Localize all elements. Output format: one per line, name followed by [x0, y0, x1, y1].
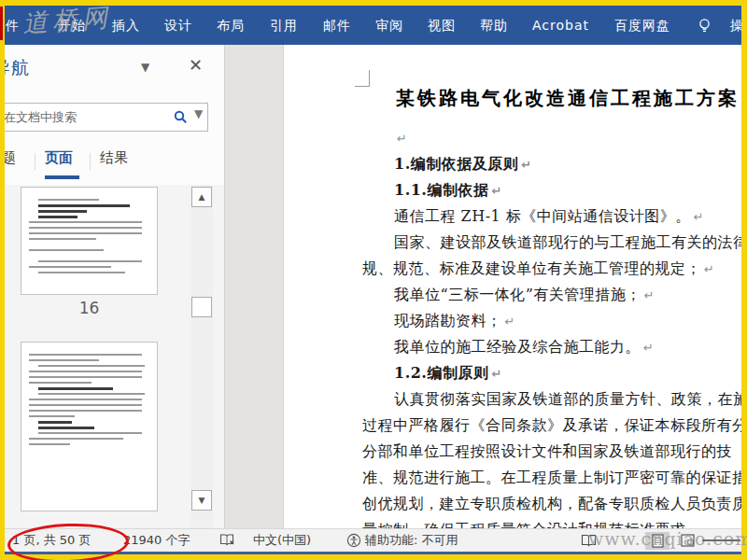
document-line-13: 准、规范进行施工。在工程质量上制订严密可靠的保证措	[362, 465, 741, 491]
thumbnail-text-line	[29, 371, 142, 372]
paragraph-mark: ↵	[397, 132, 407, 146]
page-thumbnail-17[interactable]	[21, 342, 158, 511]
ribbon-tab-11[interactable]: 百度网盘	[614, 6, 670, 45]
thumbnail-text-line	[38, 365, 145, 367]
nav-tabs: 标题页面结果	[5, 142, 224, 185]
paragraph-mark: ↵	[644, 288, 655, 302]
paragraph-mark: ↵	[491, 184, 501, 198]
thumbnail-text-line	[29, 438, 123, 440]
page-thumbnail-16[interactable]	[21, 187, 158, 295]
ribbon-tab-5[interactable]: 引用	[270, 6, 298, 45]
ribbon-tab-8[interactable]: 视图	[428, 6, 456, 45]
accessibility-status[interactable]: 辅助功能: 不可用	[365, 529, 458, 552]
search-dropdown-icon[interactable]: ▼	[194, 107, 203, 120]
thumbnail-list: 16 ▲ ▼	[5, 185, 224, 528]
frame-edge	[0, 0, 5, 560]
ribbon-tab-1[interactable]: 开始	[58, 6, 86, 45]
thumbnail-text-line	[29, 249, 104, 251]
thumbnail-text-line	[29, 232, 142, 234]
document-line-15: 量控制，确保工程质量符合设计和规范标准要求。	[362, 517, 741, 528]
thumbnail-text-line	[29, 354, 142, 356]
lightbulb-icon	[698, 18, 712, 34]
ribbon-tab-2[interactable]: 插入	[112, 6, 140, 45]
red-accent-strip	[0, 7, 3, 40]
ribbon-tab-3[interactable]: 设计	[164, 6, 192, 45]
thumbnail-text-line	[38, 260, 142, 262]
chevron-down-icon[interactable]: ▼	[141, 61, 149, 74]
active-tab-underline	[45, 175, 79, 179]
thumbnail-page-number: 16	[21, 299, 158, 317]
thumbnail-text-line	[38, 427, 93, 429]
search-input[interactable]	[5, 104, 172, 131]
scroll-up-button[interactable]: ▲	[191, 187, 212, 207]
thumbnail-text-line	[29, 266, 111, 268]
thumbnail-text-line	[29, 443, 70, 445]
document-line-14: 创优规划，建立专职质检机构，配备专职质检人员负责质	[362, 491, 741, 517]
document-line-4: 国家、建设部及铁道部现行的与工程施工有关的法律	[362, 230, 741, 256]
document-line-6: 我单位“三标一体化”有关管理措施；↵	[362, 282, 741, 308]
document-line-8: 我单位的施工经验及综合施工能力。↵	[362, 334, 741, 360]
thumbnail-text-line	[38, 210, 87, 213]
document-line-3: 通信工程 ZH-1 标《中间站通信设计图》。↵	[362, 203, 741, 230]
nav-tab-1[interactable]: 页面	[45, 149, 73, 167]
zoom-slider[interactable]	[702, 539, 740, 541]
thumbnail-text-line	[29, 238, 96, 240]
word-count-status[interactable]: 21940 个字	[123, 529, 190, 552]
close-icon[interactable]: ✕	[189, 55, 203, 75]
document-line-1: 1.编制依据及原则↵	[362, 151, 741, 177]
document-line-12: 分部和单位工程按照设计文件和国家及铁道部现行的技	[362, 439, 741, 465]
crop-mark	[369, 70, 370, 86]
ribbon-tab-10[interactable]: Acrobat	[532, 6, 589, 45]
search-box: ▼	[5, 103, 208, 132]
nav-pane-title: 导航	[5, 56, 30, 80]
thumbnail-text-line	[29, 415, 75, 417]
paragraph-mark: ↵	[491, 367, 501, 381]
tab-separator	[90, 153, 91, 170]
ribbon-bar: 文件开始插入设计布局引用邮件审阅视图帮助Acrobat百度网盘 操	[5, 6, 741, 45]
document-line-5: 规、规范、标准及建设单位有关施工管理的规定；↵	[362, 256, 741, 282]
print-layout-button[interactable]	[645, 532, 669, 550]
frame-edge	[0, 554, 747, 560]
thumbnail-text-line	[29, 376, 142, 378]
frame-edge	[0, 0, 747, 6]
scroll-down-button[interactable]: ▼	[191, 490, 212, 511]
thumbnail-text-line	[29, 404, 142, 406]
thumbnail-text-line	[38, 393, 145, 395]
ribbon-tab-7[interactable]: 审阅	[375, 6, 403, 45]
document-line-2: 1.1.编制依据↵	[362, 177, 741, 203]
thumbnail-text-line	[38, 204, 130, 207]
document-line-7: 现场踏勘资料；↵	[362, 308, 741, 334]
page-count-status[interactable]: 1 页, 共 50 页	[12, 529, 91, 552]
frame-edge	[741, 0, 747, 560]
nav-tab-0[interactable]: 标题	[5, 149, 16, 167]
document-body: ↵1.编制依据及原则↵1.1.编制依据↵通信工程 ZH-1 标《中间站通信设计图…	[362, 125, 741, 528]
thumbnail-text-line	[29, 221, 142, 223]
read-mode-button[interactable]	[576, 532, 600, 550]
thumbnail-text-line	[38, 432, 142, 434]
document-line-9: 1.2.编制原则↵	[362, 360, 741, 386]
thumbnail-scrollbar[interactable]: ▲ ▼	[190, 185, 213, 528]
ribbon-tab-6[interactable]: 邮件	[323, 6, 351, 45]
thumbnail-text-line	[38, 199, 99, 201]
nav-tab-2[interactable]: 结果	[100, 149, 128, 167]
thumbnail-text-line	[29, 227, 142, 229]
paragraph-mark: ↵	[643, 341, 654, 355]
web-layout-button[interactable]	[675, 532, 699, 550]
thumbnail-text-line	[29, 410, 142, 412]
ribbon-tab-4[interactable]: 布局	[217, 6, 245, 45]
document-page[interactable]: 某铁路电气化改造通信工程施工方案↵ ↵1.编制依据及原则↵1.1.编制依据↵通信…	[283, 45, 741, 528]
ribbon-tab-9[interactable]: 帮助	[480, 6, 508, 45]
status-bar: 1 页, 共 50 页 21940 个字 中文(中国) 辅助功能: 不可用	[5, 528, 741, 552]
language-status[interactable]: 中文(中国)	[253, 529, 311, 552]
scroll-thumb[interactable]	[191, 297, 212, 317]
document-line-10: 认真贯彻落实国家及铁道部的质量方针、政策，在施	[362, 386, 741, 413]
document-area: 某铁路电气化改造通信工程施工方案↵ ↵1.编制依据及原则↵1.1.编制依据↵通信…	[225, 45, 741, 528]
thumbnail-text-line	[38, 216, 77, 218]
thumbnail-text-line	[38, 387, 113, 390]
search-icon[interactable]	[174, 110, 188, 124]
document-line-11: 过程中严格履行《合同条款》及承诺，保证本标段所有分	[362, 413, 741, 439]
navigation-pane: 导航 ▼ ✕ ▼ 标题页面结果 16 ▲ ▼	[5, 45, 224, 528]
document-line-0: ↵	[362, 125, 741, 151]
paragraph-mark: ↵	[694, 210, 704, 224]
thumbnail-text-line	[29, 382, 92, 384]
